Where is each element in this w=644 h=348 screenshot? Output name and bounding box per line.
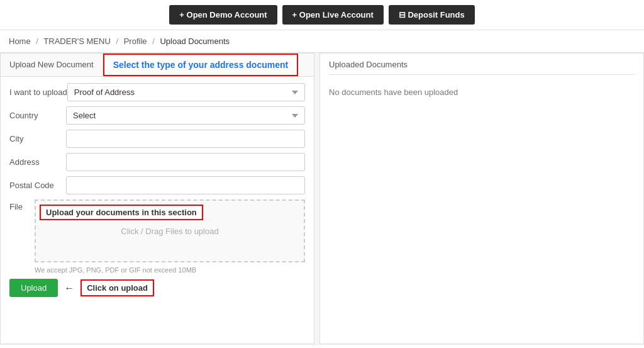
tab-upload-new[interactable]: Upload New Document [1, 53, 103, 76]
bottom-bar: Ð www.dartina.com 💬 [0, 344, 644, 348]
i-want-to-upload-label: I want to upload [9, 87, 67, 97]
file-drop-zone[interactable]: Upload your documents in this section Cl… [35, 199, 305, 262]
tabs-row: Upload New Document Select the type of y… [1, 53, 314, 77]
no-docs-text: No documents have been uploaded [329, 81, 635, 103]
breadcrumb-sep-2: / [116, 36, 118, 46]
breadcrumb-home[interactable]: Home [9, 36, 31, 46]
main-content: Upload New Document Select the type of y… [0, 53, 644, 344]
postal-input[interactable] [66, 176, 305, 194]
city-row: City [9, 130, 305, 148]
breadcrumb-sep-3: / [152, 36, 155, 46]
upload-hint-text: Click / Drag Files to upload [121, 227, 218, 236]
postal-label: Postal Code [9, 181, 66, 190]
breadcrumb-current: Upload Documents [160, 36, 230, 46]
document-type-select[interactable]: Proof of Address [67, 83, 305, 101]
upload-hint-container: Click / Drag Files to upload [121, 227, 218, 236]
address-row: Address [9, 153, 305, 171]
address-label: Address [9, 157, 66, 167]
breadcrumb-profile[interactable]: Profile [124, 36, 147, 46]
upload-btn-row: Upload ← Click on upload [9, 279, 305, 297]
right-panel: Uploaded Documents No documents have bee… [319, 53, 644, 344]
deposit-funds-button[interactable]: ⊟ Deposit Funds [389, 5, 475, 25]
open-live-button[interactable]: + Open Live Account [282, 5, 384, 25]
upload-annotation-label: Upload your documents in this section [40, 205, 203, 220]
postal-row: Postal Code [9, 176, 305, 194]
city-input[interactable] [66, 130, 305, 148]
click-on-upload-label: Click on upload [80, 279, 154, 296]
tab-select-type[interactable]: Select the type of your address document [103, 53, 299, 76]
open-demo-button[interactable]: + Open Demo Account [169, 5, 277, 25]
uploaded-docs-title: Uploaded Documents [329, 60, 635, 75]
file-label: File [9, 199, 35, 211]
left-panel: Upload New Document Select the type of y… [0, 53, 314, 344]
address-input[interactable] [66, 153, 305, 171]
breadcrumb: Home / TRADER'S MENU / Profile / Upload … [0, 30, 644, 53]
city-label: City [9, 134, 66, 143]
document-type-row: I want to upload Proof of Address [9, 83, 305, 101]
file-upload-row: File Upload your documents in this secti… [9, 199, 305, 262]
arrow-icon: ← [64, 283, 74, 294]
breadcrumb-sep-1: / [36, 36, 38, 46]
country-select[interactable]: Select [66, 106, 305, 125]
upload-button[interactable]: Upload [9, 279, 58, 297]
country-row: Country Select [9, 106, 305, 125]
top-nav-bar: + Open Demo Account + Open Live Account … [0, 0, 644, 30]
upload-form: I want to upload Proof of Address Countr… [1, 77, 314, 303]
accept-text: We accept JPG, PNG, PDF or GIF not excee… [35, 266, 305, 274]
breadcrumb-traders-menu[interactable]: TRADER'S MENU [43, 36, 111, 46]
country-label: Country [9, 111, 66, 120]
